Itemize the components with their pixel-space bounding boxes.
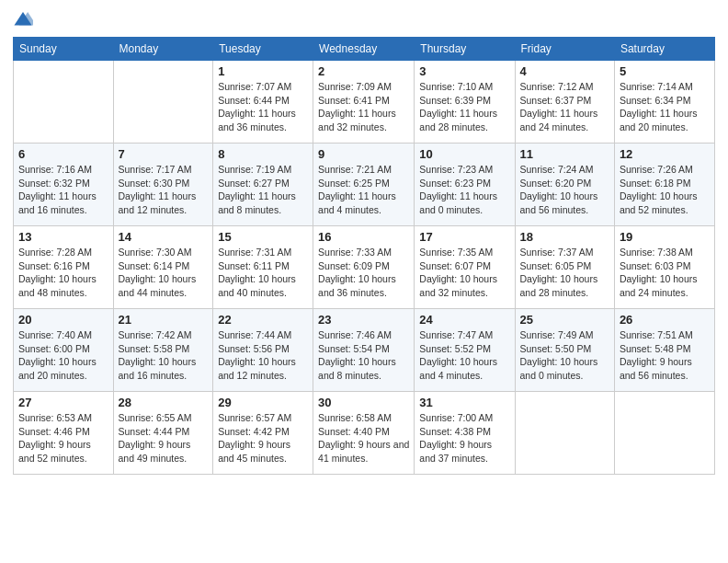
calendar-cell: 26Sunrise: 7:51 AMSunset: 5:48 PMDayligh…: [614, 309, 714, 392]
calendar-cell: 29Sunrise: 6:57 AMSunset: 4:42 PMDayligh…: [213, 392, 313, 475]
sunrise-label: Sunrise: 7:09 AM: [318, 81, 392, 92]
calendar-cell: 21Sunrise: 7:42 AMSunset: 5:58 PMDayligh…: [113, 309, 213, 392]
daylight-label: Daylight: 9 hours and 45 minutes.: [218, 439, 290, 464]
sunset-label: Sunset: 6:30 PM: [119, 178, 190, 189]
day-number: 4: [520, 64, 609, 78]
sunrise-label: Sunrise: 7:47 AM: [419, 329, 493, 340]
day-number: 15: [218, 230, 308, 244]
daylight-label: Daylight: 10 hours and 56 minutes.: [520, 190, 598, 215]
sunrise-label: Sunrise: 6:58 AM: [318, 412, 392, 423]
daylight-label: Daylight: 10 hours and 28 minutes.: [520, 273, 598, 298]
calendar-cell: 1Sunrise: 7:07 AMSunset: 6:44 PMDaylight…: [213, 61, 313, 144]
sunrise-label: Sunrise: 7:31 AM: [218, 247, 291, 258]
calendar-cell: [113, 61, 213, 144]
sunrise-label: Sunrise: 7:28 AM: [18, 247, 92, 258]
day-info: Sunrise: 7:51 AMSunset: 5:48 PMDaylight:…: [620, 328, 710, 383]
daylight-label: Daylight: 11 hours and 0 minutes.: [419, 190, 497, 215]
sunrise-label: Sunrise: 7:21 AM: [318, 164, 392, 175]
sunrise-label: Sunrise: 7:12 AM: [520, 81, 594, 92]
calendar-cell: 22Sunrise: 7:44 AMSunset: 5:56 PMDayligh…: [213, 309, 313, 392]
calendar-cell: 18Sunrise: 7:37 AMSunset: 6:05 PMDayligh…: [515, 226, 614, 309]
sunrise-label: Sunrise: 7:24 AM: [520, 164, 594, 175]
day-info: Sunrise: 7:21 AMSunset: 6:25 PMDaylight:…: [318, 163, 409, 217]
day-number: 8: [218, 147, 308, 161]
day-info: Sunrise: 7:49 AMSunset: 5:50 PMDaylight:…: [520, 328, 609, 383]
sunset-label: Sunset: 5:50 PM: [520, 343, 592, 354]
day-number: 29: [218, 396, 308, 409]
calendar-cell: 12Sunrise: 7:26 AMSunset: 6:18 PMDayligh…: [614, 144, 714, 226]
daylight-label: Daylight: 11 hours and 16 minutes.: [18, 190, 97, 215]
day-number: 18: [520, 230, 609, 244]
calendar-cell: 10Sunrise: 7:23 AMSunset: 6:23 PMDayligh…: [415, 144, 515, 226]
daylight-label: Daylight: 10 hours and 48 minutes.: [18, 273, 97, 298]
calendar-cell: 15Sunrise: 7:31 AMSunset: 6:11 PMDayligh…: [213, 226, 313, 309]
day-info: Sunrise: 7:46 AMSunset: 5:54 PMDaylight:…: [318, 328, 409, 383]
header: [13, 9, 715, 29]
calendar-cell: 6Sunrise: 7:16 AMSunset: 6:32 PMDaylight…: [14, 144, 114, 226]
day-number: 24: [419, 313, 509, 327]
day-number: 10: [419, 147, 509, 161]
calendar-cell: 19Sunrise: 7:38 AMSunset: 6:03 PMDayligh…: [614, 226, 714, 309]
sunset-label: Sunset: 5:56 PM: [218, 343, 290, 354]
day-info: Sunrise: 7:26 AMSunset: 6:18 PMDaylight:…: [620, 163, 710, 217]
sunrise-label: Sunrise: 7:00 AM: [419, 412, 493, 423]
sunset-label: Sunset: 6:18 PM: [620, 178, 691, 189]
calendar-cell: 27Sunrise: 6:53 AMSunset: 4:46 PMDayligh…: [14, 392, 114, 475]
day-info: Sunrise: 6:55 AMSunset: 4:44 PMDaylight:…: [119, 411, 209, 465]
day-info: Sunrise: 7:38 AMSunset: 6:03 PMDaylight:…: [620, 246, 710, 300]
sunset-label: Sunset: 6:27 PM: [218, 178, 290, 189]
logo: [13, 9, 37, 29]
daylight-label: Daylight: 9 hours and 52 minutes.: [18, 439, 91, 464]
calendar-week-3: 13Sunrise: 7:28 AMSunset: 6:16 PMDayligh…: [14, 226, 715, 309]
day-number: 25: [520, 313, 609, 327]
daylight-label: Daylight: 10 hours and 52 minutes.: [620, 190, 698, 215]
sunset-label: Sunset: 6:41 PM: [318, 95, 390, 106]
day-info: Sunrise: 7:23 AMSunset: 6:23 PMDaylight:…: [419, 163, 509, 217]
day-info: Sunrise: 7:28 AMSunset: 6:16 PMDaylight:…: [18, 246, 108, 300]
day-number: 6: [18, 147, 108, 161]
sunrise-label: Sunrise: 7:14 AM: [620, 81, 693, 92]
sunrise-label: Sunrise: 7:33 AM: [318, 247, 392, 258]
sunrise-label: Sunrise: 7:10 AM: [419, 81, 493, 92]
sunrise-label: Sunrise: 6:57 AM: [218, 412, 291, 423]
day-info: Sunrise: 7:07 AMSunset: 6:44 PMDaylight:…: [218, 80, 308, 134]
daylight-label: Daylight: 9 hours and 49 minutes.: [119, 439, 191, 464]
sunset-label: Sunset: 5:48 PM: [620, 343, 691, 354]
daylight-label: Daylight: 11 hours and 8 minutes.: [218, 190, 296, 215]
sunrise-label: Sunrise: 6:53 AM: [18, 412, 92, 423]
calendar-cell: 16Sunrise: 7:33 AMSunset: 6:09 PMDayligh…: [313, 226, 415, 309]
sunset-label: Sunset: 4:46 PM: [18, 426, 90, 437]
sunrise-label: Sunrise: 7:49 AM: [520, 329, 594, 340]
day-info: Sunrise: 7:24 AMSunset: 6:20 PMDaylight:…: [520, 163, 609, 217]
daylight-label: Daylight: 10 hours and 16 minutes.: [119, 356, 197, 381]
daylight-label: Daylight: 10 hours and 24 minutes.: [620, 273, 698, 298]
day-info: Sunrise: 7:30 AMSunset: 6:14 PMDaylight:…: [119, 246, 209, 300]
day-number: 28: [119, 396, 209, 409]
day-info: Sunrise: 7:19 AMSunset: 6:27 PMDaylight:…: [218, 163, 308, 217]
day-number: 1: [218, 64, 308, 78]
daylight-label: Daylight: 10 hours and 8 minutes.: [318, 356, 396, 381]
calendar-cell: 9Sunrise: 7:21 AMSunset: 6:25 PMDaylight…: [313, 144, 415, 226]
logo-icon: [13, 9, 33, 29]
daylight-label: Daylight: 10 hours and 0 minutes.: [520, 356, 598, 381]
day-number: 17: [419, 230, 509, 244]
sunrise-label: Sunrise: 7:37 AM: [520, 247, 594, 258]
day-number: 12: [620, 147, 710, 161]
day-number: 9: [318, 147, 409, 161]
day-number: 27: [18, 396, 108, 409]
daylight-label: Daylight: 11 hours and 32 minutes.: [318, 108, 396, 132]
sunset-label: Sunset: 6:23 PM: [419, 178, 491, 189]
calendar-cell: 23Sunrise: 7:46 AMSunset: 5:54 PMDayligh…: [313, 309, 415, 392]
sunrise-label: Sunrise: 7:16 AM: [18, 164, 92, 175]
sunset-label: Sunset: 6:03 PM: [620, 260, 691, 271]
day-number: 30: [318, 396, 409, 409]
sunrise-label: Sunrise: 6:55 AM: [119, 412, 192, 423]
sunrise-label: Sunrise: 7:19 AM: [218, 164, 291, 175]
day-number: 11: [520, 147, 609, 161]
day-info: Sunrise: 7:42 AMSunset: 5:58 PMDaylight:…: [119, 328, 209, 383]
weekday-header-saturday: Saturday: [614, 38, 714, 61]
sunrise-label: Sunrise: 7:17 AM: [119, 164, 192, 175]
calendar-cell: [14, 61, 114, 144]
day-info: Sunrise: 7:12 AMSunset: 6:37 PMDaylight:…: [520, 80, 609, 134]
sunset-label: Sunset: 5:58 PM: [119, 343, 190, 354]
